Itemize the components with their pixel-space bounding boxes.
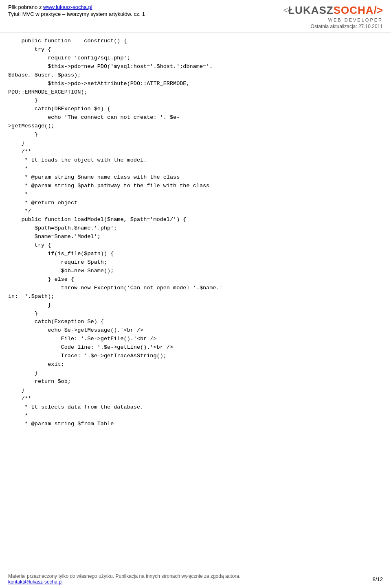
logo: < ŁUKASZSOCHA /> bbox=[283, 4, 383, 17]
last-update: Ostatnia aktualizacja: 27.10.2011 bbox=[311, 24, 383, 29]
doc-title: Tytuł: MVC w praktyce – tworzymy system … bbox=[8, 11, 145, 17]
logo-slash: /> bbox=[374, 4, 383, 17]
code-block: public function __construct() { try { re… bbox=[8, 37, 383, 428]
logo-bracket-left: < bbox=[283, 6, 288, 15]
source-label: Plik pobrano z bbox=[8, 4, 43, 10]
main-content: public function __construct() { try { re… bbox=[0, 33, 391, 453]
page-container: Plik pobrano z www.lukasz-socha.pl Tytuł… bbox=[0, 0, 391, 588]
footer-contact-link[interactable]: kontakt@lukasz-socha.pl bbox=[8, 579, 240, 585]
code-text: public function __construct() { try { re… bbox=[8, 38, 223, 427]
logo-socha: SOCHA bbox=[334, 4, 374, 16]
logo-sub: WEB DEVELOPER bbox=[328, 17, 383, 22]
header-left: Plik pobrano z www.lukasz-socha.pl Tytuł… bbox=[8, 4, 145, 17]
source-url-link[interactable]: www.lukasz-socha.pl bbox=[43, 4, 92, 10]
header-right: < ŁUKASZSOCHA /> WEB DEVELOPER Ostatnia … bbox=[283, 4, 383, 29]
footer-disclaimer: Materiał przeznaczony tylko do własnego … bbox=[8, 573, 240, 579]
header: Plik pobrano z www.lukasz-socha.pl Tytuł… bbox=[0, 0, 391, 33]
logo-lukasz: ŁUKASZ bbox=[288, 4, 333, 16]
logo-full-text: ŁUKASZSOCHA bbox=[288, 4, 373, 17]
footer: Materiał przeznaczony tylko do własnego … bbox=[0, 570, 391, 588]
site-source-line: Plik pobrano z www.lukasz-socha.pl bbox=[8, 4, 145, 10]
footer-left: Materiał przeznaczony tylko do własnego … bbox=[8, 573, 240, 585]
footer-page-number: 8/12 bbox=[373, 576, 383, 582]
